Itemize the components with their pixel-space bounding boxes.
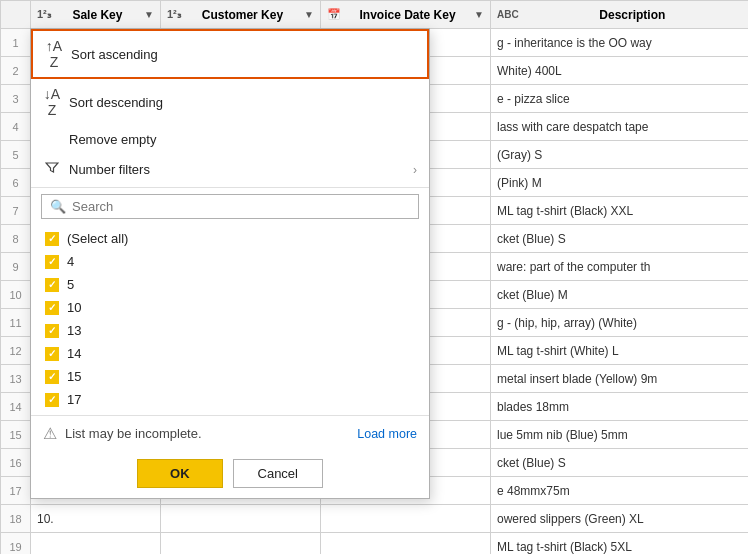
filter-icon: [43, 161, 61, 178]
description-cell: (Gray) S: [491, 141, 749, 169]
check-item[interactable]: (Select all): [31, 227, 429, 250]
row-number: 11: [1, 309, 31, 337]
row-number: 13: [1, 365, 31, 393]
customer-key-cell: [161, 533, 321, 555]
row-number: 3: [1, 85, 31, 113]
checkbox[interactable]: [45, 232, 59, 246]
ok-button[interactable]: OK: [137, 459, 223, 488]
check-item-label: 10: [67, 300, 81, 315]
col-header-customer-key[interactable]: 1²₃ Customer Key ▼: [161, 1, 321, 29]
row-number: 14: [1, 393, 31, 421]
description-cell: White) 400L: [491, 57, 749, 85]
sort-ascending-label: Sort ascending: [71, 47, 158, 62]
sort-descending-label: Sort descending: [69, 95, 163, 110]
cancel-button[interactable]: Cancel: [233, 459, 323, 488]
row-number: 6: [1, 169, 31, 197]
description-cell: ML tag t-shirt (Black) 5XL: [491, 533, 749, 555]
col-header-sale-key[interactable]: 1²₃ Sale Key ▼: [31, 1, 161, 29]
description-cell: ML tag t-shirt (White) L: [491, 337, 749, 365]
row-number: 9: [1, 253, 31, 281]
row-number: 16: [1, 449, 31, 477]
sale-key-cell: [31, 533, 161, 555]
check-item-label: 17: [67, 392, 81, 407]
row-number: 15: [1, 421, 31, 449]
description-cell: e - pizza slice: [491, 85, 749, 113]
description-cell: ware: part of the computer th: [491, 253, 749, 281]
check-item[interactable]: 20: [31, 411, 429, 415]
warning-icon: ⚠: [43, 424, 57, 443]
number-filters-label: Number filters: [69, 162, 150, 177]
description-cell: ML tag t-shirt (Black) XXL: [491, 197, 749, 225]
row-number: 2: [1, 57, 31, 85]
search-icon: 🔍: [50, 199, 66, 214]
check-item-label: (Select all): [67, 231, 128, 246]
sort-ascending-item[interactable]: ↑AZ Sort ascending: [31, 29, 429, 79]
col-label-sale: Sale Key: [55, 8, 140, 22]
check-item[interactable]: 13: [31, 319, 429, 342]
row-number: 17: [1, 477, 31, 505]
table-row: 19 ML tag t-shirt (Black) 5XL: [1, 533, 749, 555]
invoice-date-cell: [321, 533, 491, 555]
calendar-icon-invoice: 📅: [327, 8, 341, 21]
description-cell: lue 5mm nib (Blue) 5mm: [491, 421, 749, 449]
check-item-label: 4: [67, 254, 74, 269]
col-dropdown-sale[interactable]: ▼: [144, 9, 154, 20]
invoice-date-cell: [321, 505, 491, 533]
row-number: 19: [1, 533, 31, 555]
row-number: 4: [1, 113, 31, 141]
check-item-label: 5: [67, 277, 74, 292]
col-dropdown-invoice[interactable]: ▼: [474, 9, 484, 20]
description-cell: cket (Blue) S: [491, 449, 749, 477]
col-dropdown-customer[interactable]: ▼: [304, 9, 314, 20]
row-number: 12: [1, 337, 31, 365]
menu-separator: [31, 187, 429, 188]
checkbox[interactable]: [45, 347, 59, 361]
check-item[interactable]: 4: [31, 250, 429, 273]
check-item[interactable]: 5: [31, 273, 429, 296]
description-cell: lass with care despatch tape: [491, 113, 749, 141]
checklist-area: (Select all)45101314151720: [31, 225, 429, 415]
sort-descending-item[interactable]: ↓AZ Sort descending: [31, 79, 429, 125]
action-row: OK Cancel: [31, 451, 429, 498]
sort-asc-icon: ↑AZ: [45, 38, 63, 70]
load-more-link[interactable]: Load more: [357, 427, 417, 441]
col-label-customer: Customer Key: [185, 8, 300, 22]
row-number: 18: [1, 505, 31, 533]
checkbox[interactable]: [45, 324, 59, 338]
description-cell: g - (hip, hip, array) (White): [491, 309, 749, 337]
check-item[interactable]: 15: [31, 365, 429, 388]
customer-key-cell: [161, 505, 321, 533]
filter-dropdown: ↑AZ Sort ascending ↓AZ Sort descending R…: [30, 28, 430, 499]
description-cell: cket (Blue) S: [491, 225, 749, 253]
col-label-invoice: Invoice Date Key: [345, 8, 470, 22]
col-header-description: ABC Description: [491, 1, 749, 29]
abc-icon-desc: ABC: [497, 9, 519, 20]
remove-empty-label: Remove empty: [69, 132, 156, 147]
description-cell: metal insert blade (Yellow) 9m: [491, 365, 749, 393]
description-cell: cket (Blue) M: [491, 281, 749, 309]
check-item[interactable]: 10: [31, 296, 429, 319]
checkbox[interactable]: [45, 393, 59, 407]
checkbox[interactable]: [45, 301, 59, 315]
remove-empty-item[interactable]: Remove empty: [31, 125, 429, 154]
col-header-invoice-date[interactable]: 📅 Invoice Date Key ▼: [321, 1, 491, 29]
sale-key-cell: 10.: [31, 505, 161, 533]
description-cell: g - inheritance is the OO way: [491, 29, 749, 57]
number-filters-item[interactable]: Number filters ›: [31, 154, 429, 185]
col-header-rownum: [1, 1, 31, 29]
check-item-label: 15: [67, 369, 81, 384]
description-cell: e 48mmx75m: [491, 477, 749, 505]
search-input[interactable]: [72, 199, 410, 214]
description-cell: (Pink) M: [491, 169, 749, 197]
check-item[interactable]: 14: [31, 342, 429, 365]
description-cell: owered slippers (Green) XL: [491, 505, 749, 533]
table-row: 18 10. owered slippers (Green) XL: [1, 505, 749, 533]
row-number: 8: [1, 225, 31, 253]
checkbox[interactable]: [45, 370, 59, 384]
numeric-icon-customer: 1²₃: [167, 8, 181, 21]
checkbox[interactable]: [45, 278, 59, 292]
row-number: 1: [1, 29, 31, 57]
check-item[interactable]: 17: [31, 388, 429, 411]
row-number: 10: [1, 281, 31, 309]
checkbox[interactable]: [45, 255, 59, 269]
